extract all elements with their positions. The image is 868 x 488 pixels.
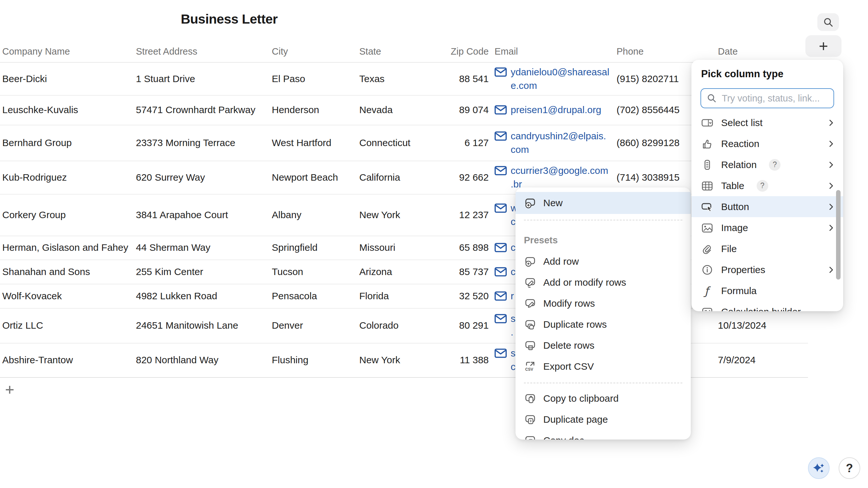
column-header-date[interactable]: Date bbox=[718, 41, 805, 61]
column-header-city[interactable]: City bbox=[272, 41, 354, 61]
cell-street[interactable]: 3841 Arapahoe Court bbox=[136, 209, 265, 221]
cell-street[interactable]: 57471 Crownhardt Parkway bbox=[136, 105, 265, 115]
cell-email[interactable]: ydanielou0@shareasal e.com bbox=[495, 65, 615, 92]
cell-zip[interactable]: 80 291 bbox=[420, 320, 489, 331]
column-type-image[interactable]: Image bbox=[691, 217, 843, 238]
cell-company[interactable]: Leuschke-Kuvalis bbox=[2, 105, 131, 115]
search-button[interactable] bbox=[817, 13, 839, 31]
column-header-phone[interactable]: Phone bbox=[617, 41, 713, 61]
email-link[interactable]: s c bbox=[511, 346, 516, 374]
column-type-reaction[interactable]: Reaction bbox=[691, 133, 843, 154]
search-input[interactable] bbox=[721, 93, 828, 104]
copy-to-clipboard-icon bbox=[524, 392, 536, 405]
cell-street[interactable]: 44 Sherman Way bbox=[136, 242, 265, 253]
cell-city[interactable]: Pensacola bbox=[272, 290, 354, 302]
cell-zip[interactable]: 92 662 bbox=[420, 172, 489, 183]
menu-item-copy-to-clipboard[interactable]: Copy to clipboard bbox=[516, 388, 691, 409]
menu-item-delete-rows[interactable]: Delete rows bbox=[516, 335, 691, 356]
cell-city[interactable]: Flushing bbox=[272, 354, 354, 366]
email-link[interactable]: s . bbox=[511, 312, 516, 339]
cell-zip[interactable]: 85 737 bbox=[420, 266, 489, 277]
column-type-relation[interactable]: Relation ? bbox=[691, 154, 843, 175]
cell-company[interactable]: Abshire-Trantow bbox=[2, 354, 131, 366]
menu-item-modify-rows[interactable]: Modify rows bbox=[516, 293, 691, 314]
cell-company[interactable]: Corkery Group bbox=[2, 209, 131, 221]
modify-rows-icon bbox=[524, 297, 536, 310]
column-type-properties[interactable]: Properties bbox=[691, 259, 843, 280]
column-header-street[interactable]: Street Address bbox=[136, 41, 265, 61]
cell-zip[interactable]: 11 388 bbox=[420, 354, 489, 366]
add-column-button[interactable] bbox=[805, 35, 841, 57]
column-type-label: File bbox=[721, 243, 737, 254]
column-header-email[interactable]: Email bbox=[495, 41, 615, 61]
email-link[interactable]: r bbox=[511, 289, 514, 303]
column-type-button[interactable]: Button bbox=[691, 196, 843, 217]
cell-street[interactable]: 1 Stuart Drive bbox=[136, 74, 265, 84]
column-type-select-list[interactable]: Select list bbox=[691, 112, 843, 133]
cell-zip[interactable]: 65 898 bbox=[420, 242, 489, 253]
email-link[interactable]: c bbox=[511, 241, 516, 254]
column-type-table[interactable]: Table ? bbox=[691, 175, 843, 196]
help-badge[interactable]: ? bbox=[756, 180, 768, 192]
cell-email[interactable]: candryushin2@elpais. com bbox=[495, 129, 615, 156]
cell-date[interactable]: 7/9/2024 bbox=[718, 354, 805, 366]
cell-city[interactable]: Newport Beach bbox=[272, 172, 354, 183]
menu-item-add-row[interactable]: Add row bbox=[516, 251, 691, 272]
help-badge[interactable]: ? bbox=[769, 159, 780, 171]
column-type-search[interactable] bbox=[701, 88, 834, 108]
column-type-formula[interactable]: ƒ Formula bbox=[691, 280, 843, 301]
cell-city[interactable]: Tucson bbox=[272, 266, 354, 277]
column-type-calculation-builder[interactable]: Calculation builder bbox=[691, 301, 843, 311]
cell-city[interactable]: Springfield bbox=[272, 242, 354, 253]
cell-company[interactable]: Kub-Rodriguez bbox=[2, 172, 131, 183]
cell-email[interactable]: preisen1@drupal.org bbox=[495, 103, 615, 117]
panel-scrollbar-thumb[interactable] bbox=[836, 190, 841, 280]
cell-company[interactable]: Shanahan and Sons bbox=[2, 266, 131, 277]
menu-item-new[interactable]: New bbox=[516, 192, 691, 214]
cell-city[interactable]: Denver bbox=[272, 320, 354, 331]
cell-date[interactable]: 10/13/2024 bbox=[718, 320, 805, 331]
cell-street[interactable]: 255 Kim Center bbox=[136, 266, 265, 277]
help-button[interactable]: ? bbox=[839, 457, 860, 479]
email-link[interactable]: c bbox=[511, 265, 516, 279]
cell-company[interactable]: Wolf-Kovacek bbox=[2, 290, 131, 302]
column-type-file[interactable]: File bbox=[691, 238, 843, 259]
cell-street[interactable]: 23373 Morning Terrace bbox=[136, 137, 265, 148]
menu-item-duplicate-page[interactable]: Duplicate page bbox=[516, 409, 691, 430]
cell-zip[interactable]: 32 520 bbox=[420, 290, 489, 302]
panel-heading: Pick column type bbox=[691, 67, 843, 81]
menu-item-export-csv[interactable]: CSV Export CSV bbox=[516, 356, 691, 377]
cell-zip[interactable]: 88 541 bbox=[420, 74, 489, 84]
email-link[interactable]: ydanielou0@shareasal e.com bbox=[511, 65, 610, 92]
email-link[interactable]: candryushin2@elpais. com bbox=[511, 129, 606, 156]
file-icon bbox=[701, 243, 713, 255]
cell-street[interactable]: 4982 Lukken Road bbox=[136, 290, 265, 302]
email-link[interactable]: preisen1@drupal.org bbox=[511, 103, 601, 117]
cell-company[interactable]: Bernhard Group bbox=[2, 137, 131, 148]
column-header-company[interactable]: Company Name bbox=[2, 41, 131, 61]
cell-company[interactable]: Beer-Dicki bbox=[2, 74, 131, 84]
cell-city[interactable]: El Paso bbox=[272, 74, 354, 84]
email-link[interactable]: ccurrier3@google.com .br bbox=[511, 164, 608, 191]
cell-street[interactable]: 820 Northland Way bbox=[136, 354, 265, 366]
cell-email[interactable]: ccurrier3@google.com .br bbox=[495, 164, 615, 191]
menu-item-duplicate-rows[interactable]: Duplicate rows bbox=[516, 314, 691, 335]
cell-company[interactable]: Herman, Gislason and Fahey bbox=[2, 242, 131, 253]
menu-item-copy-doc[interactable]: Copy doc bbox=[516, 430, 691, 439]
cell-company[interactable]: Ortiz LLC bbox=[2, 320, 131, 331]
cell-zip[interactable]: 6 127 bbox=[420, 137, 489, 148]
chevron-right-icon bbox=[829, 224, 833, 231]
ai-assistant-button[interactable] bbox=[808, 457, 830, 479]
cell-zip[interactable]: 12 237 bbox=[420, 209, 489, 221]
cell-city[interactable]: West Hartford bbox=[272, 137, 354, 148]
cell-city[interactable]: Henderson bbox=[272, 105, 354, 115]
cell-street[interactable]: 620 Surrey Way bbox=[136, 172, 265, 183]
add-row-button[interactable] bbox=[3, 383, 17, 397]
column-type-label: Formula bbox=[721, 285, 756, 296]
menu-item-add-or-modify-rows[interactable]: Add or modify rows bbox=[516, 272, 691, 293]
column-header-zip[interactable]: Zip Code bbox=[420, 41, 489, 61]
cell-street[interactable]: 24651 Manitowish Lane bbox=[136, 320, 265, 331]
page-title[interactable]: Business Letter bbox=[161, 11, 297, 27]
cell-city[interactable]: Albany bbox=[272, 209, 354, 221]
cell-zip[interactable]: 89 074 bbox=[420, 105, 489, 115]
